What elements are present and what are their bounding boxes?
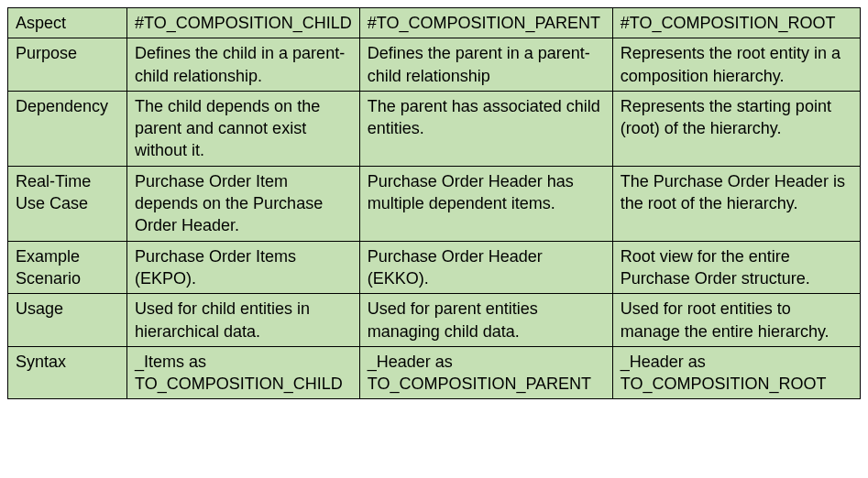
table-header-row: Aspect #TO_COMPOSITION_CHILD #TO_COMPOSI…	[8, 8, 861, 38]
cell-root: Root view for the entire Purchase Order …	[612, 241, 860, 294]
table-row: Dependency The child depends on the pare…	[8, 91, 861, 166]
table-row: Usage Used for child entities in hierarc…	[8, 294, 861, 347]
cell-root: The Purchase Order Header is the root of…	[612, 166, 860, 241]
cell-aspect: Syntax	[8, 346, 127, 399]
table-row: Example Scenario Purchase Order Items (E…	[8, 241, 861, 294]
comparison-table: Aspect #TO_COMPOSITION_CHILD #TO_COMPOSI…	[7, 7, 861, 399]
cell-parent: The parent has associated child entities…	[359, 91, 612, 166]
cell-root: _Header as TO_COMPOSITION_ROOT	[612, 346, 860, 399]
cell-parent: Purchase Order Header (EKKO).	[359, 241, 612, 294]
cell-aspect: Example Scenario	[8, 241, 127, 294]
table-row: Purpose Defines the child in a parent-ch…	[8, 38, 861, 92]
cell-aspect: Dependency	[8, 91, 127, 166]
cell-child: Defines the child in a parent-child rela…	[127, 38, 360, 92]
cell-aspect: Purpose	[8, 38, 127, 92]
cell-parent: Used for parent entities managing child …	[359, 294, 612, 347]
header-root: #TO_COMPOSITION_ROOT	[612, 8, 860, 38]
header-child: #TO_COMPOSITION_CHILD	[127, 8, 360, 38]
cell-parent: Defines the parent in a parent-child rel…	[359, 38, 612, 92]
cell-root: Represents the root entity in a composit…	[612, 38, 860, 92]
header-aspect: Aspect	[8, 8, 127, 38]
header-parent: #TO_COMPOSITION_PARENT	[359, 8, 612, 38]
cell-aspect: Usage	[8, 294, 127, 347]
cell-child: Used for child entities in hierarchical …	[127, 294, 360, 347]
cell-root: Used for root entities to manage the ent…	[612, 294, 860, 347]
cell-child: The child depends on the parent and cann…	[127, 91, 360, 166]
cell-child: Purchase Order Item depends on the Purch…	[127, 166, 360, 241]
table-row: Syntax _Items as TO_COMPOSITION_CHILD _H…	[8, 346, 861, 399]
cell-aspect: Real-Time Use Case	[8, 166, 127, 241]
cell-root: Represents the starting point (root) of …	[612, 91, 860, 166]
cell-parent: Purchase Order Header has multiple depen…	[359, 166, 612, 241]
cell-parent: _Header as TO_COMPOSITION_PARENT	[359, 346, 612, 399]
cell-child: Purchase Order Items (EKPO).	[127, 241, 360, 294]
cell-child: _Items as TO_COMPOSITION_CHILD	[127, 346, 360, 399]
table-row: Real-Time Use Case Purchase Order Item d…	[8, 166, 861, 241]
